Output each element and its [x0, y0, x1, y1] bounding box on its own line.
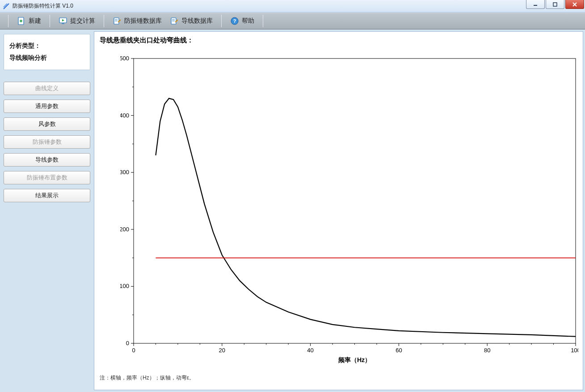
help-button-label: 帮助: [242, 17, 254, 25]
sidebar-button-0: 曲线定义: [4, 82, 90, 95]
y-tick-label: 300: [120, 169, 129, 175]
y-tick-label: 200: [120, 226, 129, 233]
maximize-button[interactable]: [546, 0, 564, 9]
chart-title: 导线悬垂线夹出口处动弯曲线：: [100, 36, 194, 45]
sidebar-button-2[interactable]: 风参数: [4, 117, 90, 131]
new-button-label: 新建: [29, 17, 41, 25]
svg-text:?: ?: [233, 18, 236, 24]
sidebar-button-6[interactable]: 结果展示: [4, 189, 90, 202]
svg-rect-1: [553, 3, 557, 6]
plot-frame: [134, 58, 576, 343]
x-axis-label: 频率（Hz）: [338, 356, 371, 363]
file-plus-icon: [17, 17, 26, 25]
help-icon: ?: [230, 17, 239, 25]
sidebar-button-list: 曲线定义通用参数风参数防振锤参数导线参数防振锤布置参数结果展示: [4, 82, 90, 202]
y-tick-label: 100: [120, 283, 129, 289]
window-title: 防振锤防振特性计算 V1.0: [13, 2, 73, 10]
minimize-button[interactable]: [526, 0, 545, 9]
submit-button-label: 提交计算: [70, 17, 95, 25]
sidebar-button-3: 防振锤参数: [4, 135, 90, 149]
x-tick-label: 60: [396, 347, 402, 354]
sidebar: 分析类型： 导线频响分析 曲线定义通用参数风参数防振锤参数导线参数防振锤布置参数…: [0, 29, 94, 392]
window-controls: [526, 0, 585, 9]
titlebar: 防振锤防振特性计算 V1.0: [0, 0, 585, 13]
submit-button[interactable]: 提交计算: [55, 14, 99, 28]
play-monitor-icon: [59, 17, 67, 25]
y-tick-label: 500: [120, 55, 129, 62]
analysis-type-heading2: 导线频响分析: [9, 52, 84, 64]
close-button[interactable]: [565, 0, 584, 9]
analysis-type-panel: 分析类型： 导线频响分析: [4, 34, 90, 70]
edit-doc-icon: [113, 17, 122, 25]
x-tick-label: 0: [132, 347, 135, 354]
conductor-db-button[interactable]: 导线数据库: [166, 14, 217, 28]
help-button[interactable]: ? 帮助: [226, 14, 258, 28]
y-tick-label: 400: [120, 112, 129, 119]
x-tick-label: 20: [219, 347, 225, 354]
x-tick-label: 80: [484, 347, 490, 354]
x-tick-label: 100: [571, 347, 578, 354]
x-tick-label: 40: [307, 347, 313, 354]
toolbar: 新建 提交计算 防振锤数据库: [0, 13, 585, 29]
sidebar-button-4[interactable]: 导线参数: [4, 153, 90, 167]
damper-db-button[interactable]: 防振锤数据库: [109, 14, 166, 28]
analysis-type-heading1: 分析类型：: [9, 40, 84, 52]
sidebar-button-5: 防振锤布置参数: [4, 171, 90, 184]
app-icon: [3, 3, 10, 10]
new-button[interactable]: 新建: [13, 14, 45, 28]
edit-doc-icon: [170, 17, 179, 25]
workspace: 分析类型： 导线频响分析 曲线定义通用参数风参数防振锤参数导线参数防振锤布置参数…: [0, 29, 585, 392]
content-panel: 导线悬垂线夹出口处动弯曲线： 0204060801000100200300400…: [94, 31, 583, 390]
chart-box: 0204060801000100200300400500频率（Hz）应变（10^…: [120, 50, 578, 366]
damper-db-label: 防振锤数据库: [124, 17, 162, 25]
y-tick-label: 0: [126, 340, 129, 346]
chart-footnote: 注：横轴，频率（Hz）；纵轴，动弯ε。: [100, 374, 194, 382]
conductor-db-label: 导线数据库: [181, 17, 213, 25]
sidebar-button-1[interactable]: 通用参数: [4, 100, 90, 113]
